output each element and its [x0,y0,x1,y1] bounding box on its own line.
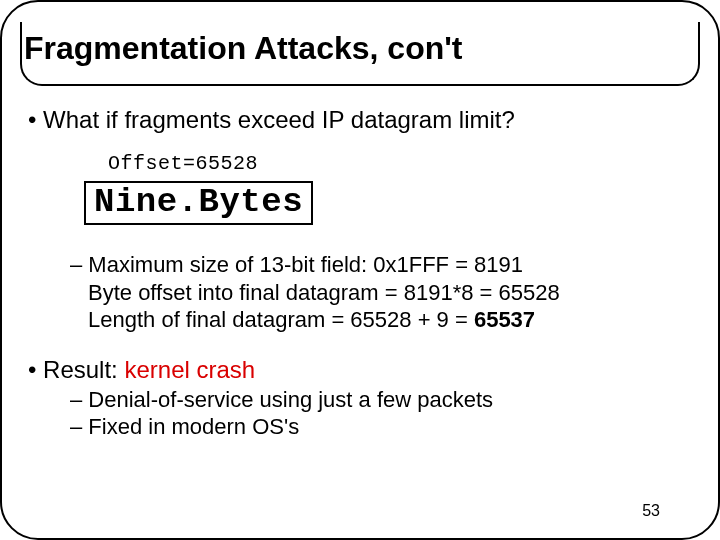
kernel-crash-text: kernel crash [124,356,255,383]
slide-title: Fragmentation Attacks, con't [24,30,462,66]
maxsize-line-3: Length of final datagram = 65528 + 9 = 6… [70,306,688,334]
maxsize-line-2-text: Byte offset into final datagram = 8191*8… [70,279,560,307]
maxsize-line-1: Maximum size of 13-bit field: 0x1FFF = 8… [70,251,688,279]
offset-label: Offset=65528 [108,152,688,175]
slide-frame: Fragmentation Attacks, con't What if fra… [0,0,720,540]
nine-bytes-box: Nine.Bytes [84,181,313,225]
maxsize-line-1-text: Maximum size of 13-bit field: 0x1FFF = 8… [70,252,523,277]
page-number: 53 [642,502,660,520]
result-prefix: Result: [43,356,124,383]
title-region: Fragmentation Attacks, con't [20,22,700,86]
result-sub-1: Denial-of-service using just a few packe… [70,386,688,414]
slide-body: What if fragments exceed IP datagram lim… [28,102,688,441]
maxsize-line-2: Byte offset into final datagram = 8191*8… [70,279,688,307]
bullet-question: What if fragments exceed IP datagram lim… [28,106,688,134]
result-bullet: Result: kernel crash [28,356,688,384]
maxsize-line-3-prefix: Length of final datagram = 65528 + 9 = [88,307,474,332]
result-sub-2: Fixed in modern OS's [70,413,688,441]
maxsize-block: Maximum size of 13-bit field: 0x1FFF = 8… [70,251,688,334]
result-subblock: Denial-of-service using just a few packe… [70,386,688,441]
maxsize-line-3-bold: 65537 [474,307,535,332]
